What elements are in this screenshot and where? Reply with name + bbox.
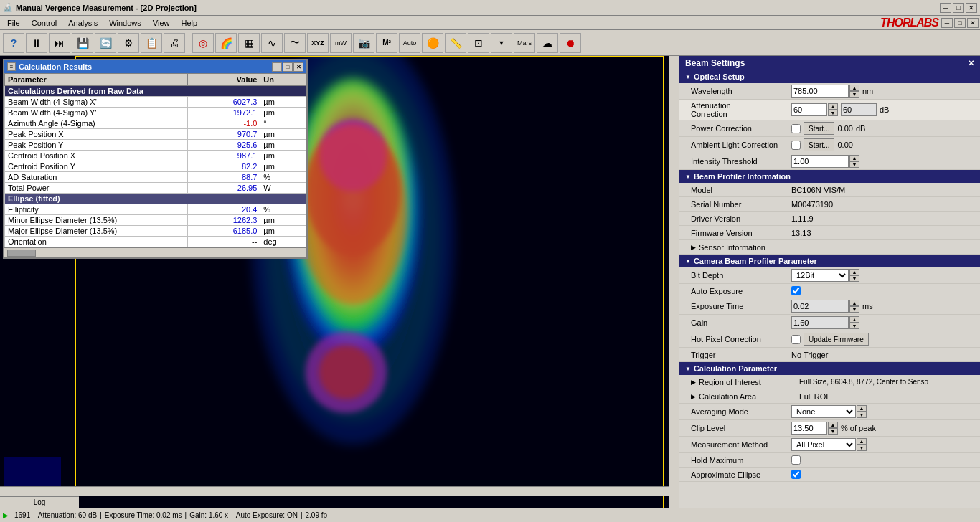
reset-btn[interactable]: 🔄 [95,33,116,53]
calc-params-section[interactable]: ▼ Calculation Parameter [679,362,980,375]
attenuation-spin-up[interactable]: ▲ [828,103,838,110]
clip-level-spin-down[interactable]: ▼ [828,428,838,435]
sensor-info-row[interactable]: ▶ Sensor Information [679,240,980,255]
calc-results-controls[interactable]: ─ □ ✕ [272,62,303,72]
roi-row[interactable]: ▶ Region of Interest Full Size, 6604.8, … [679,375,980,389]
wave-btn[interactable]: ∿ [261,33,283,53]
exposure-time-spin-down[interactable]: ▼ [849,306,859,313]
print-btn[interactable]: 🖨 [164,33,185,53]
approx-ellipse-checkbox[interactable] [791,470,801,479]
wavelength-spin[interactable]: ▲ ▼ [849,85,859,98]
camera-params-section[interactable]: ▼ Camera Beam Profiler Parameter [679,255,980,267]
power-correction-start-btn[interactable]: Start... [804,122,834,135]
intensity-threshold-spin-up[interactable]: ▲ [849,155,859,161]
update-firmware-btn[interactable]: Update Firmware [804,333,869,346]
calc-area-row[interactable]: ▶ Calculation Area Full ROI [679,389,980,404]
wave2-btn[interactable]: 〜 [284,33,306,53]
mw-btn[interactable]: mW [330,33,352,53]
averaging-select[interactable]: None 2 4 8 [791,405,856,418]
calc-min-btn[interactable]: ─ [272,62,282,72]
hold-max-checkbox[interactable] [791,455,801,465]
v-scrollbar[interactable] [669,56,679,508]
menu-help[interactable]: Help [175,18,203,28]
clip-level-spin[interactable]: ▲ ▼ [828,422,838,435]
wavelength-input[interactable] [791,85,849,98]
meas-method-select[interactable]: All Pixel 4-Sigma D86 [791,438,856,451]
gain-spin-up[interactable]: ▲ [849,316,859,323]
power-correction-checkbox[interactable] [791,124,801,133]
bit-depth-spin[interactable]: ▲ ▼ [849,269,859,282]
save-btn[interactable]: 💾 [72,33,93,53]
meas-method-spin-down[interactable]: ▼ [857,445,867,451]
meas-method-spin[interactable]: ▲ ▼ [857,438,867,451]
palette-btn[interactable]: 🌈 [215,33,237,53]
exposure-time-input[interactable] [791,300,849,313]
optical-setup-section[interactable]: ▼ Optical Setup [679,70,980,83]
attenuation-spin[interactable]: ▲ ▼ [828,103,838,116]
close-btn[interactable]: ✕ [966,3,977,13]
gain-input[interactable] [791,316,849,329]
record-btn[interactable]: ⏺ [560,33,581,53]
measure-btn[interactable]: 📏 [445,33,466,53]
h-scrollbar[interactable] [0,486,679,496]
hot-pixel-checkbox[interactable] [791,335,801,344]
calc-close-btn[interactable]: ✕ [293,62,303,72]
maximize-btn[interactable]: □ [953,3,964,13]
capture-btn[interactable]: Mars [514,33,535,53]
wavelength-spin-down[interactable]: ▼ [849,91,859,98]
gain-spin-down[interactable]: ▼ [849,323,859,329]
step-btn[interactable]: ⏭ [49,33,70,53]
intensity-threshold-spin-down[interactable]: ▼ [849,161,859,168]
right-panel-close-btn[interactable]: ✕ [968,59,974,68]
menu-analysis[interactable]: Analysis [62,18,103,28]
wavelength-spin-up[interactable]: ▲ [849,85,859,91]
clip-level-input[interactable] [791,422,827,435]
menu-control[interactable]: Control [26,18,62,28]
intensity-threshold-spin[interactable]: ▲ ▼ [849,155,859,168]
colormap-btn[interactable]: ◎ [192,33,214,53]
gain-spin[interactable]: ▲ ▼ [849,316,859,329]
zoom-btn[interactable]: ⊡ [468,33,489,53]
bit-depth-select[interactable]: 12Bit 8Bit [791,269,849,282]
copy-btn[interactable]: 📋 [141,33,162,53]
calc-scrollbar-h[interactable] [4,247,306,257]
m2-btn[interactable]: M² [376,33,397,53]
auto-btn[interactable]: Auto [399,33,420,53]
cloud-btn[interactable]: ☁ [537,33,558,53]
clip-level-spin-up[interactable]: ▲ [828,422,838,428]
bit-depth-spin-up[interactable]: ▲ [849,269,859,275]
gradient-btn[interactable]: 🟠 [422,33,443,53]
attenuation-input[interactable] [791,103,827,116]
calc-restore-btn[interactable]: □ [283,62,293,72]
menu-file[interactable]: File [1,18,26,28]
grid-btn[interactable]: ▦ [238,33,260,53]
menu-view[interactable]: View [147,18,176,28]
beam-profiler-info-section[interactable]: ▼ Beam Profiler Information [679,170,980,183]
panel-min[interactable]: ─ [941,18,953,28]
attenuation2-input[interactable] [841,103,877,116]
ambient-light-checkbox[interactable] [791,141,801,150]
title-bar-controls[interactable]: ─ □ ✕ [940,3,977,13]
auto-exposure-checkbox[interactable] [791,286,801,295]
panel-close[interactable]: ✕ [967,18,979,28]
exposure-time-spin[interactable]: ▲ ▼ [849,300,859,313]
settings-btn[interactable]: ⚙ [118,33,139,53]
averaging-spin[interactable]: ▲ ▼ [857,405,867,418]
meas-method-spin-up[interactable]: ▲ [857,438,867,445]
minimize-btn[interactable]: ─ [940,3,951,13]
bit-depth-spin-down[interactable]: ▼ [849,275,859,282]
averaging-spin-up[interactable]: ▲ [857,405,867,412]
cam-btn[interactable]: 📷 [353,33,374,53]
exposure-time-spin-up[interactable]: ▲ [849,300,859,306]
section-raw-data: Calculations Derived from Raw Data [5,86,306,97]
pause-btn[interactable]: ⏸ [26,33,47,53]
attenuation-spin-down[interactable]: ▼ [828,110,838,116]
ambient-light-start-btn[interactable]: Start... [804,138,834,151]
zoom-drop[interactable]: ▼ [491,33,512,53]
panel-max[interactable]: □ [954,18,966,28]
menu-windows[interactable]: Windows [103,18,147,28]
xyz-btn[interactable]: XYZ [307,33,329,53]
averaging-spin-down[interactable]: ▼ [857,412,867,418]
help-btn[interactable]: ? [3,33,24,53]
intensity-threshold-input[interactable] [791,155,849,168]
